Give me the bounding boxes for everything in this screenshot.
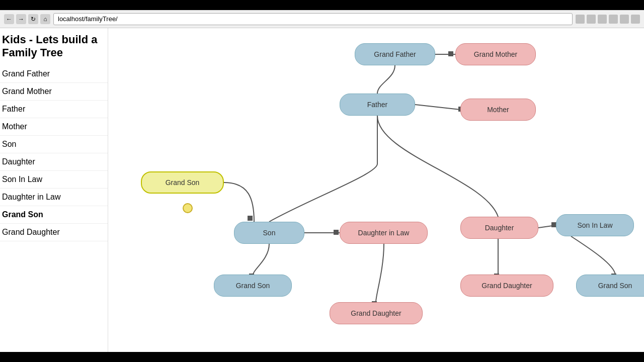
svg-rect-12 (248, 216, 253, 221)
menu-icon[interactable] (631, 15, 640, 24)
browser-nav[interactable]: ← → ↻ ⌂ (4, 14, 50, 24)
sidebar-item-grand-son[interactable]: Grand Son (0, 206, 108, 224)
page-title: Kids - Lets build a Family Tree (0, 33, 108, 65)
black-bar-bottom (0, 352, 644, 362)
address-bar[interactable]: localhost/familyTree/ (53, 13, 573, 25)
svg-rect-5 (334, 230, 339, 235)
refresh-button[interactable]: ↻ (28, 14, 38, 24)
svg-rect-1 (448, 51, 453, 56)
cursor-indicator (183, 203, 193, 213)
forward-button[interactable]: → (16, 14, 26, 24)
node-son[interactable]: Son (234, 222, 304, 244)
browser-toolbar: ← → ↻ ⌂ localhost/familyTree/ (0, 10, 644, 28)
sidebar-item-grand-daughter[interactable]: Grand Daughter (0, 224, 108, 241)
svg-line-6 (538, 225, 556, 228)
home-button[interactable]: ⌂ (40, 14, 50, 24)
node-father[interactable]: Father (340, 94, 415, 116)
sidebar-item-grand-father[interactable]: Grand Father (0, 65, 108, 83)
sidebar-item-daughter-in-law[interactable]: Daughter in Law (0, 189, 108, 206)
sidebar-item-mother[interactable]: Mother (0, 118, 108, 136)
node-grandfather[interactable]: Grand Father (355, 43, 435, 65)
back-button[interactable]: ← (4, 14, 14, 24)
browser-icons (576, 15, 640, 24)
bookmark-icon[interactable] (587, 15, 596, 24)
star-icon[interactable] (576, 15, 585, 24)
download-icon[interactable] (609, 15, 618, 24)
node-granddaughter2[interactable]: Grand Daughter (460, 275, 553, 297)
settings-icon[interactable] (620, 15, 629, 24)
node-grandson2[interactable]: Grand Son (576, 275, 644, 297)
tree-area: Grand FatherGrand MotherFatherMotherGran… (108, 28, 644, 362)
main-content: Kids - Lets build a Family Tree Grand Fa… (0, 28, 644, 362)
node-grandsonHighlight[interactable]: Grand Son (141, 171, 224, 194)
sidebar-list: Grand FatherGrand MotherFatherMotherSonD… (0, 65, 108, 241)
node-grandmother[interactable]: Grand Mother (455, 43, 536, 65)
sidebar-item-son-in-law[interactable]: Son In Law (0, 171, 108, 189)
svg-line-2 (415, 105, 460, 110)
node-daughterinlaw[interactable]: Daughter in Law (340, 222, 428, 244)
sidebar-item-father[interactable]: Father (0, 101, 108, 118)
node-mother[interactable]: Mother (460, 99, 536, 121)
node-granddaughter1[interactable]: Grand Daughter (330, 302, 423, 324)
black-bar-top (0, 0, 644, 10)
sidebar-item-grand-mother[interactable]: Grand Mother (0, 83, 108, 101)
node-grandson1[interactable]: Grand Son (214, 275, 292, 297)
sidebar: Kids - Lets build a Family Tree Grand Fa… (0, 28, 108, 362)
node-soninlaw[interactable]: Son In Law (556, 214, 634, 236)
sidebar-item-daughter[interactable]: Daughter (0, 153, 108, 171)
history-icon[interactable] (598, 15, 607, 24)
sidebar-item-son[interactable]: Son (0, 136, 108, 153)
url-text: localhost/familyTree/ (58, 15, 118, 23)
node-daughter[interactable]: Daughter (460, 217, 538, 239)
